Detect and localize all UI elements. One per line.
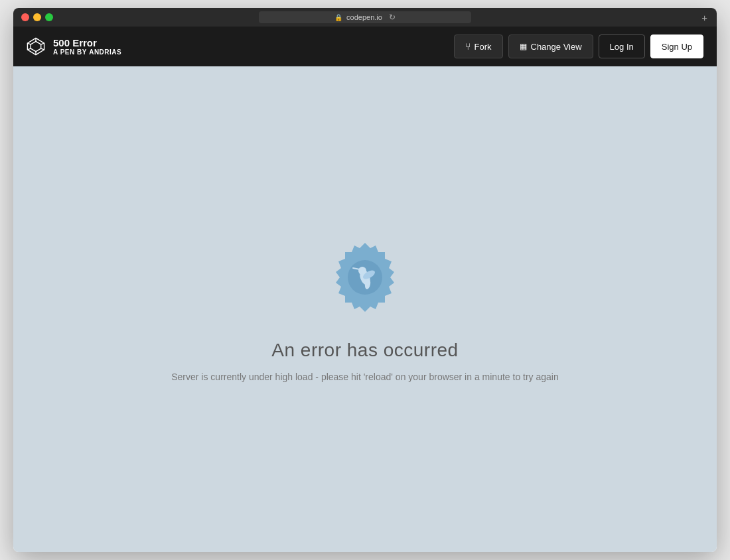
pen-info: 500 Error A PEN BY Andrias (53, 37, 121, 56)
refresh-icon[interactable]: ↻ (389, 13, 396, 22)
pen-title: 500 Error (53, 37, 121, 48)
address-text: codepen.io (346, 13, 382, 21)
change-view-icon: ▦ (520, 42, 527, 51)
title-bar: 🔒 codepen.io ↻ + (13, 8, 717, 27)
maximize-button[interactable] (45, 13, 53, 21)
svg-line-4 (41, 43, 44, 44)
error-gear-icon (325, 236, 405, 316)
login-button[interactable]: Log In (599, 35, 645, 58)
toolbar-actions: ⑂ Fork ▦ Change View Log In Sign Up (454, 35, 704, 58)
codepen-logo-area: 500 Error A PEN BY Andrias (27, 37, 121, 56)
browser-window: 🔒 codepen.io ↻ + 500 Error A PEN BY (13, 8, 717, 552)
svg-line-7 (27, 48, 31, 50)
change-view-button[interactable]: ▦ Change View (508, 35, 593, 58)
fork-icon: ⑂ (465, 41, 471, 52)
pen-author: A PEN BY Andrias (53, 48, 121, 56)
lock-icon: 🔒 (334, 14, 342, 21)
error-page: An error has occurred Server is currentl… (13, 66, 717, 552)
codepen-logo-icon (27, 37, 45, 56)
signup-button[interactable]: Sign Up (650, 35, 703, 58)
error-icon-container (325, 236, 405, 318)
fork-button[interactable]: ⑂ Fork (454, 35, 503, 58)
error-subtitle: Server is currently under high load - pl… (171, 372, 559, 382)
codepen-toolbar: 500 Error A PEN BY Andrias ⑂ Fork ▦ Chan… (13, 27, 717, 66)
svg-marker-1 (31, 41, 40, 51)
minimize-button[interactable] (33, 13, 41, 21)
new-tab-button[interactable]: + (701, 12, 707, 23)
svg-line-5 (27, 43, 31, 44)
traffic-lights (21, 13, 53, 21)
address-bar[interactable]: 🔒 codepen.io ↻ (259, 11, 471, 23)
close-button[interactable] (21, 13, 29, 21)
svg-line-6 (41, 48, 44, 50)
error-title: An error has occurred (271, 340, 458, 361)
